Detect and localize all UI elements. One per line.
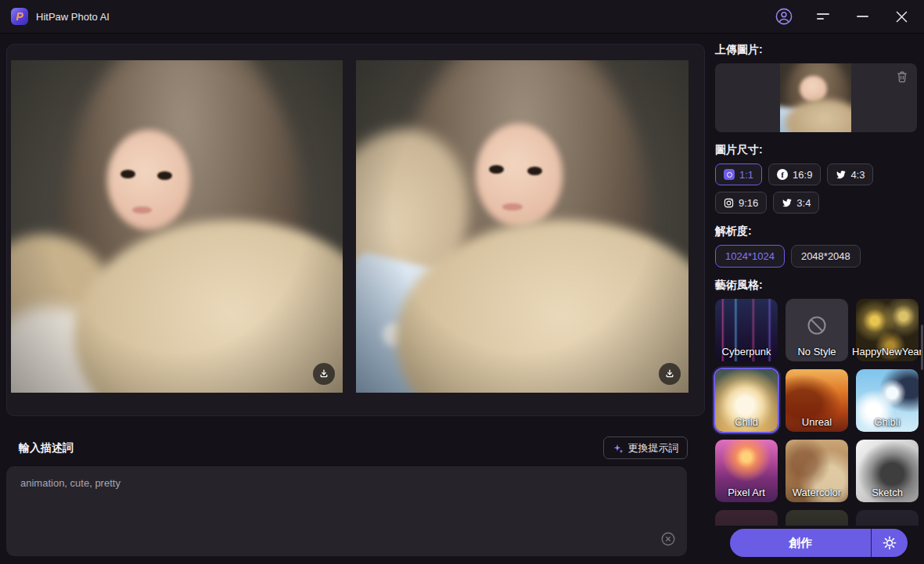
ratio-button-9-16[interactable]: 9:16 xyxy=(715,192,767,214)
app-logo-icon: P xyxy=(11,8,28,25)
style-card-sketch[interactable]: Sketch xyxy=(856,440,919,502)
circle-x-icon xyxy=(660,531,676,547)
download-button[interactable] xyxy=(313,363,335,385)
close-icon[interactable] xyxy=(893,8,910,25)
ratio-button-1-1[interactable]: 1:1 xyxy=(715,163,762,185)
style-card-watercolor[interactable]: Watercolor xyxy=(786,440,848,502)
style-section-label: 藝術風格: xyxy=(715,278,924,293)
style-card-cyberpunk[interactable]: Cyberpunk xyxy=(715,299,778,361)
window-controls xyxy=(775,8,913,25)
app-title: HitPaw Photo AI xyxy=(36,11,110,23)
download-icon xyxy=(318,368,329,379)
upload-section-label: 上傳圖片: xyxy=(715,43,924,57)
prompt-input[interactable]: animation, cute, pretty xyxy=(19,476,640,548)
style-card-no-style[interactable]: No Style xyxy=(786,299,848,361)
generated-image-1 xyxy=(11,60,343,393)
prompt-label: 輸入描述詞 xyxy=(19,441,74,455)
change-prompt-label: 更換提示詞 xyxy=(628,441,679,455)
facebook-icon: f xyxy=(777,169,788,180)
uploaded-image-thumbnail[interactable] xyxy=(780,63,851,132)
download-button[interactable] xyxy=(659,363,681,385)
style-card-happynewyear[interactable]: HappyNewYear xyxy=(856,299,919,361)
twitter-icon xyxy=(782,199,792,207)
style-card-unreal[interactable]: Unreal xyxy=(786,369,848,432)
trash-icon xyxy=(895,70,909,84)
delete-upload-button[interactable] xyxy=(895,70,909,84)
menu-icon[interactable] xyxy=(814,8,832,25)
change-prompt-button[interactable]: 更換提示詞 xyxy=(603,436,688,459)
ratio-button-3-4[interactable]: 3:4 xyxy=(773,192,819,214)
aspect-ratio-options: 1:1 f 16:9 4:3 9:16 xyxy=(715,163,912,214)
download-icon xyxy=(664,368,675,379)
twitter-icon xyxy=(836,171,846,179)
minimize-icon[interactable] xyxy=(854,8,871,25)
app-window: P HitPaw Photo AI xyxy=(0,0,924,564)
ratio-button-16-9[interactable]: f 16:9 xyxy=(768,163,821,185)
no-style-icon xyxy=(805,314,829,337)
create-button[interactable]: 創作 xyxy=(730,529,871,557)
style-card-ghibli[interactable]: Ghibli xyxy=(856,369,919,432)
titlebar: P HitPaw Photo AI xyxy=(0,0,924,34)
create-split-button: 創作 xyxy=(730,529,908,557)
art-style-grid: Cyberpunk No Style HappyNewYear Child Un… xyxy=(715,299,924,564)
resolution-button-1024[interactable]: 1024*1024 xyxy=(715,245,785,268)
instagram-icon xyxy=(724,198,734,208)
resolution-button-2048[interactable]: 2048*2048 xyxy=(791,245,861,268)
uploaded-image-card xyxy=(715,63,917,132)
account-icon[interactable] xyxy=(775,8,793,25)
footer-bar: 創作 xyxy=(708,526,924,564)
size-section-label: 圖片尺寸: xyxy=(715,143,924,157)
settings-button[interactable] xyxy=(872,529,908,557)
sparkles-icon xyxy=(613,443,624,454)
generated-image-2 xyxy=(356,60,689,393)
gear-icon xyxy=(881,534,898,551)
style-card-child[interactable]: Child xyxy=(715,369,778,432)
instagram-icon xyxy=(724,169,735,180)
clear-prompt-button[interactable] xyxy=(660,531,676,547)
resolution-options: 1024*1024 2048*2048 xyxy=(715,245,924,268)
ratio-button-4-3[interactable]: 4:3 xyxy=(827,163,873,185)
sidebar-scrollbar[interactable] xyxy=(921,325,923,370)
resolution-section-label: 解析度: xyxy=(715,225,924,239)
prompt-box: animation, cute, pretty xyxy=(6,466,687,556)
settings-sidebar: 上傳圖片: 圖片尺寸: 1:1 f xyxy=(708,34,924,564)
style-card-pixel-art[interactable]: Pixel Art xyxy=(715,440,778,502)
